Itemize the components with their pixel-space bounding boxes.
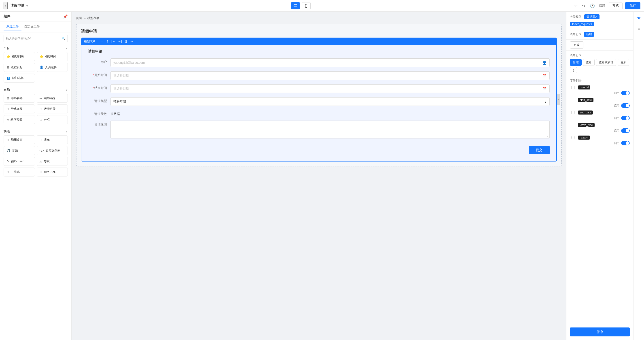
keyboard-button[interactable]: ⌨ xyxy=(598,2,606,9)
drag-handle-icon[interactable]: ⋮⋮ xyxy=(570,98,576,102)
move-icon[interactable]: ⇔ xyxy=(100,40,104,43)
submit-button[interactable]: 提交 xyxy=(528,146,550,154)
save-right-button[interactable]: 保存 xyxy=(570,328,630,336)
component-crud[interactable]: ⊞ 增删改查 xyxy=(4,135,35,144)
history-button[interactable]: 🕐 xyxy=(589,2,596,9)
undo-button[interactable]: ↩ xyxy=(573,2,578,9)
action-tab-more[interactable]: ⋮ xyxy=(570,67,577,73)
related-model-label: 关联模型 xyxy=(570,15,582,19)
toolbar-sep: | xyxy=(98,40,98,43)
action-new-badge[interactable]: 新增 xyxy=(584,32,594,37)
field-leave-days: 假数据 xyxy=(110,110,550,116)
component-service[interactable]: ⊞ 服务 Ser... xyxy=(37,168,68,176)
component-classic-layout[interactable]: ⊟ 经典布局 xyxy=(4,104,35,114)
component-snap-container[interactable]: ⊡ 吸附容器 xyxy=(37,104,68,114)
form-submit-row: 提交 xyxy=(88,144,550,154)
model-tag[interactable]: leave_requests xyxy=(570,22,594,26)
component-custom-code[interactable]: </> 自定义代码 xyxy=(37,146,68,155)
input-user[interactable]: yupeng12@baidu.com 👤 xyxy=(110,58,550,67)
form-row-user: 用户 yupeng12@baidu.com 👤 xyxy=(88,58,550,67)
redo-button[interactable]: ↪ xyxy=(581,2,586,9)
related-model-section: 关联模型 数据源A - leave_requests xyxy=(566,12,633,29)
field-item-reason: ⋮⋮ reason 启用 xyxy=(570,136,630,146)
toggle-user-id[interactable] xyxy=(621,91,630,95)
layout-grid: ⊞ 布局容器 ∞ 自由容器 ⊟ 经典布局 ⊡ 吸附容器 xyxy=(4,94,68,126)
left-sidebar: 组件 📌 系统组件 自定义组件 🔍 平台 ∨ ⭐ xyxy=(0,12,72,340)
datasource-tag[interactable]: 数据源A xyxy=(584,14,600,19)
field-tag-reason: reason xyxy=(578,136,590,140)
field-item-start-date: ⋮⋮ start_date 启用 xyxy=(570,98,630,108)
component-model-form[interactable]: ⭐ 模型表单 xyxy=(37,52,68,61)
drag-handle-icon[interactable]: ⋮⋮ xyxy=(570,136,576,139)
chevron-down-icon: ∨ xyxy=(66,47,68,50)
input-end-date[interactable]: 请选择日期 📅 xyxy=(110,84,550,93)
device-switcher xyxy=(31,2,571,10)
drag-handle-icon[interactable]: ⋮⋮ xyxy=(570,123,576,127)
component-free-container[interactable]: ∞ 自由容器 xyxy=(37,94,68,103)
page-title: 请假申请 ∨ xyxy=(10,3,28,8)
star-bookmark-icon[interactable]: ★ xyxy=(635,14,642,22)
tab-system-components[interactable]: 系统组件 xyxy=(4,23,22,30)
right-align-icon[interactable]: →| xyxy=(118,40,122,43)
search-input[interactable] xyxy=(4,35,68,42)
select-leave-type[interactable]: 带薪年假 ∨ xyxy=(110,97,550,106)
delete-icon[interactable]: 🗑 xyxy=(124,40,128,43)
component-person-select[interactable]: 👤 人员选择 xyxy=(37,63,68,72)
component-navigation[interactable]: △ 导航 xyxy=(37,157,68,166)
toggle-reason[interactable] xyxy=(621,141,630,146)
component-audio[interactable]: 🎵 音频 xyxy=(4,146,35,155)
breadcrumb-current: 模型表单 xyxy=(88,16,99,20)
action-tab-new[interactable]: 新增 xyxy=(570,59,582,66)
component-float-container[interactable]: ∞ 悬浮容器 xyxy=(4,115,35,124)
properties-icon[interactable]: ≡ xyxy=(635,25,642,32)
component-column[interactable]: ⊞ 分栏 xyxy=(37,115,68,124)
back-button[interactable]: ‹ xyxy=(4,2,8,10)
collapse-right-arrow[interactable]: ‹ xyxy=(557,94,560,105)
update-button[interactable]: 更改 xyxy=(570,42,584,48)
float-icon: ∞ xyxy=(6,118,9,122)
label-leave-days: 请假天数 xyxy=(88,110,110,116)
action-tab-update[interactable]: 更新 xyxy=(618,59,629,66)
preview-button[interactable]: 预览 xyxy=(609,2,622,10)
toggle-start-date[interactable] xyxy=(621,103,630,108)
canvas-wrapper: 模型表单 | ⇔ ⇕ |← →| 🗑 ··· 请假申请 xyxy=(81,38,557,162)
toggle-leave-type[interactable] xyxy=(621,128,630,133)
component-layout-container[interactable]: ⊞ 布局容器 xyxy=(4,94,35,103)
pin-icon[interactable]: 📌 xyxy=(63,14,68,18)
component-flow-start[interactable]: ⊞ 流程发起 xyxy=(4,63,35,72)
chevron-down-icon: ∨ xyxy=(66,88,68,92)
textarea-leave-reason[interactable] xyxy=(110,120,550,138)
drag-handle-icon[interactable]: ⋮⋮ xyxy=(570,86,576,89)
section-function-header[interactable]: 功能 ∨ xyxy=(4,128,68,135)
component-dept-select[interactable]: 👥 部门选择 xyxy=(4,74,35,82)
action-tab-view-or-new[interactable]: 查看或新增 xyxy=(596,59,616,66)
action-tab-view[interactable]: 查看 xyxy=(583,59,594,66)
save-top-button[interactable]: 保存 xyxy=(625,2,640,10)
tab-custom-components[interactable]: 自定义组件 xyxy=(22,23,42,30)
component-loop-each[interactable]: ↻ 循环 Each xyxy=(4,157,35,166)
form-row-leave-reason: 请假原因 ⤡ xyxy=(88,120,550,139)
section-platform-header[interactable]: 平台 ∨ xyxy=(4,44,68,52)
nav-icon: △ xyxy=(40,160,42,163)
field-tag-start-date: start_date xyxy=(578,98,594,102)
service-icon: ⊞ xyxy=(40,170,42,174)
component-model-list[interactable]: ⭐ 模型列表 xyxy=(4,52,35,61)
merge-icon[interactable]: ⇕ xyxy=(106,40,109,43)
more-icon[interactable]: ··· xyxy=(130,40,134,43)
canvas-area: 请假申请 模型表单 | ⇔ ⇕ |← →| 🗑 ··· xyxy=(76,24,562,166)
calendar-icon: 📅 xyxy=(542,86,547,91)
component-form[interactable]: ⊞ 表单 xyxy=(37,135,68,144)
mobile-device-btn[interactable] xyxy=(302,2,310,10)
desktop-device-btn[interactable] xyxy=(291,2,300,10)
drag-handle-icon[interactable]: ⋮⋮ xyxy=(570,111,576,114)
title-dropdown-icon[interactable]: ∨ xyxy=(26,4,28,8)
input-start-date[interactable]: 请选择日期 📅 xyxy=(110,71,550,80)
left-align-icon[interactable]: |← xyxy=(111,40,116,43)
field-leave-reason: ⤡ xyxy=(110,120,550,139)
field-tag-end-date: end_date xyxy=(578,110,593,114)
toggle-end-date[interactable] xyxy=(621,116,630,120)
form-inner-title: 请假申请 xyxy=(88,49,550,54)
chevron-down-icon: ∨ xyxy=(544,100,547,103)
section-layout-header[interactable]: 布局 ∨ xyxy=(4,86,68,94)
component-qrcode[interactable]: ⊡ 二维码 xyxy=(4,168,35,176)
